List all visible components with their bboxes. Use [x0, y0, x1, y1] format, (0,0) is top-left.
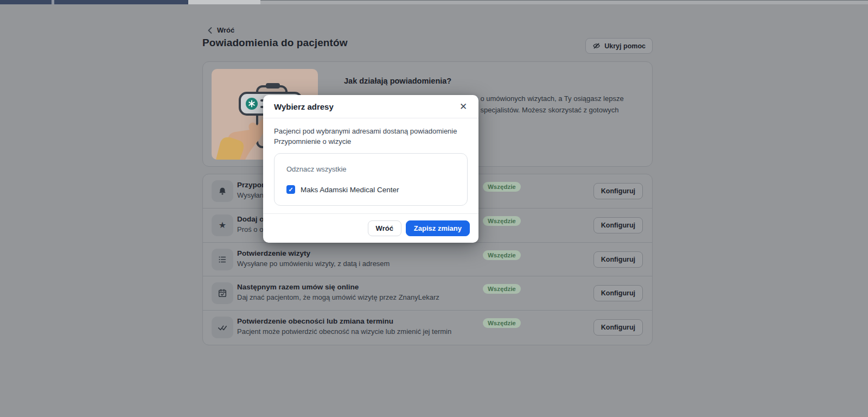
modal-body: Pacjenci pod wybranymi adresami dostaną … [263, 118, 478, 206]
modal-description: Pacjenci pod wybranymi adresami dostaną … [274, 126, 468, 147]
browser-tab-strip [0, 0, 868, 4]
checkbox-checked-icon[interactable] [286, 185, 295, 194]
modal-header: Wybierz adresy ✕ [263, 95, 478, 118]
star-icon: ★ [212, 214, 233, 236]
list-icon [212, 249, 233, 270]
notification-subtitle: Wysyłane po umówieniu wizyty, z datą i a… [237, 260, 390, 268]
notification-title: Potwierdzenie obecności lub zmiana termi… [237, 317, 451, 325]
modal-title: Wybierz adresy [274, 102, 468, 111]
configure-button[interactable]: Konfiguruj [593, 285, 643, 301]
status-badge: Wszędzie [483, 216, 521, 226]
save-changes-button[interactable]: Zapisz zmiany [406, 220, 470, 236]
configure-button[interactable]: Konfiguruj [593, 251, 643, 268]
status-badge: Wszędzie [483, 250, 521, 260]
close-icon[interactable]: ✕ [457, 100, 470, 113]
configure-button[interactable]: Konfiguruj [593, 183, 643, 199]
modal-back-button[interactable]: Wróć [368, 220, 401, 236]
back-label: Wróć [217, 26, 234, 34]
configure-button[interactable]: Konfiguruj [593, 319, 643, 336]
status-badge: Wszędzie [483, 284, 521, 294]
address-label[interactable]: Maks Adamski Medical Center [301, 186, 399, 194]
page-title: Powiadomienia do pacjentów [202, 37, 348, 49]
notification-subtitle: Daj znać pacjentom, że mogą umówić wizyt… [237, 293, 439, 301]
notification-row-potwierdzenie-obecnosci: Potwierdzenie obecności lub zmiana termi… [203, 311, 652, 345]
tab-strip-spacer [260, 0, 868, 4]
select-addresses-modal: Wybierz adresy ✕ Pacjenci pod wybranymi … [263, 95, 478, 243]
notification-title: Następnym razem umów się online [237, 283, 439, 291]
address-list-card: Odznacz wszystkie Maks Adamski Medical C… [274, 153, 468, 206]
bell-icon [212, 180, 233, 202]
notification-row-potwierdzenie-wizyty: Potwierdzenie wizyty Wysyłane po umówien… [203, 243, 652, 277]
status-badge: Wszędzie [483, 182, 521, 192]
eye-off-icon [592, 42, 601, 50]
hide-help-label: Ukryj pomoc [604, 42, 646, 50]
deselect-all-link[interactable]: Odznacz wszystkie [286, 165, 347, 173]
browser-tab[interactable] [54, 0, 188, 4]
configure-button[interactable]: Konfiguruj [593, 217, 643, 233]
double-check-icon [212, 317, 233, 338]
browser-tab-active[interactable] [188, 0, 260, 4]
notification-title: Potwierdzenie wizyty [237, 249, 390, 257]
modal-footer: Wróć Zapisz zmiany [263, 213, 478, 243]
chevron-left-icon [208, 27, 212, 34]
browser-tab[interactable] [0, 0, 52, 4]
calendar-check-icon [212, 282, 233, 304]
help-card-title: Jak działają powiadomienia? [344, 77, 451, 85]
notification-subtitle: Pacjent może potwierdzić obecność na wiz… [237, 327, 451, 336]
back-link[interactable]: Wróć [208, 26, 234, 34]
address-checkbox-row[interactable]: Maks Adamski Medical Center [286, 185, 455, 194]
status-badge: Wszędzie [483, 318, 521, 328]
notification-row-umow-online: Następnym razem umów się online Daj znać… [203, 276, 652, 311]
hide-help-button[interactable]: Ukryj pomoc [585, 38, 653, 54]
